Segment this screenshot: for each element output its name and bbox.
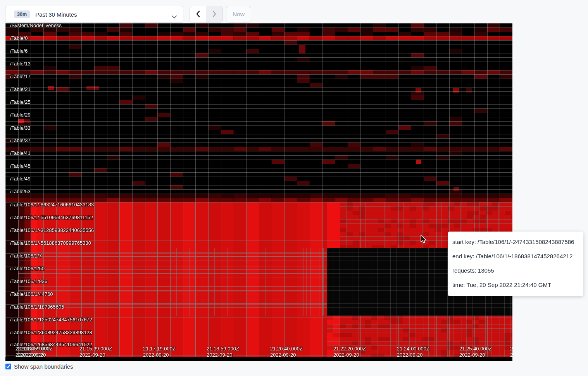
time-forward-button[interactable] bbox=[206, 6, 222, 22]
hover-tooltip: start key: /Table/106/1/-247433150824388… bbox=[448, 232, 583, 296]
time-range-select[interactable]: 30m Past 30 Minutes bbox=[5, 6, 183, 23]
now-button[interactable]: Now bbox=[226, 6, 251, 23]
time-range-label: Past 30 Minutes bbox=[35, 11, 77, 18]
show-span-boundaries-checkbox[interactable] bbox=[5, 364, 11, 369]
key-visualizer-page: 30m Past 30 Minutes Now /System/NodeLive… bbox=[0, 0, 588, 376]
show-span-boundaries-label: Show span boundaries bbox=[14, 363, 73, 370]
show-span-boundaries[interactable]: Show span boundaries bbox=[5, 363, 73, 370]
time-back-button[interactable] bbox=[190, 6, 206, 22]
tooltip-start-key: start key: /Table/106/1/-247433150824388… bbox=[452, 238, 579, 246]
tooltip-end-key: end key: /Table/106/1/-18683814745282642… bbox=[452, 252, 579, 261]
heatmap-canvas[interactable] bbox=[5, 23, 512, 361]
time-range-badge: 30m bbox=[14, 10, 30, 19]
chevron-left-icon bbox=[195, 10, 201, 19]
time-nav-group bbox=[190, 6, 223, 23]
tooltip-requests: requests: 13055 bbox=[452, 266, 579, 275]
tooltip-time: time: Tue, 20 Sep 2022 21:24:40 GMT bbox=[452, 281, 579, 289]
chevron-right-icon bbox=[211, 10, 217, 19]
chevron-down-icon bbox=[172, 13, 177, 20]
key-visualizer-heatmap: /System/NodeLiveness/Table/0/Table/6/Tab… bbox=[5, 23, 512, 361]
